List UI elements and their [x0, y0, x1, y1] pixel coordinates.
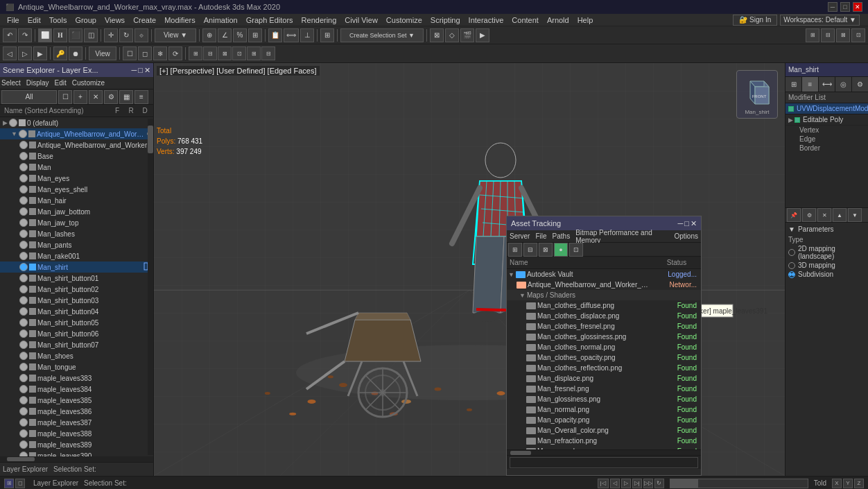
at-item-clothes-reflection[interactable]: Man_clothes_reflection.png Found: [507, 363, 701, 373]
se-scrollbar-v[interactable]: [148, 119, 153, 455]
list-item-man-shirt-btn06[interactable]: Man_shirt_button06: [0, 328, 153, 339]
list-item-maple-384[interactable]: maple_leaves384: [0, 384, 153, 395]
anim-play-btn[interactable]: ▷: [621, 479, 631, 488]
viewport-config-btn[interactable]: View: [89, 46, 116, 60]
extra-btn-1[interactable]: ⊞: [806, 28, 819, 42]
coord-system-dropdown[interactable]: View ▼: [155, 28, 196, 42]
layer-manager-button[interactable]: ⊞: [320, 28, 334, 42]
material-editor-button[interactable]: ◇: [445, 28, 459, 42]
se-eye-man-shirt-btn03[interactable]: [19, 296, 28, 304]
extra-btn-2[interactable]: ⊟: [821, 28, 835, 42]
select-by-name-button[interactable]: 𝐇: [53, 28, 67, 42]
list-item-man-shirt-btn05[interactable]: Man_shirt_button05: [0, 317, 153, 328]
at-item-clothes-glossiness[interactable]: Man_clothes_glossiness.png Found: [507, 332, 701, 342]
mod-delete-btn[interactable]: ✕: [817, 208, 831, 222]
list-item-maple-387[interactable]: maple_leaves387: [0, 417, 153, 428]
menu-scripting[interactable]: Scripting: [426, 15, 465, 25]
sign-in-button[interactable]: 🔐 Sign In: [733, 15, 777, 26]
param-subdivision[interactable]: Subdivision: [788, 271, 865, 278]
se-options-btn[interactable]: ▦: [119, 90, 133, 104]
at-item-maps-group[interactable]: ▼ Maps / Shaders: [507, 290, 701, 300]
menu-views[interactable]: Views: [101, 15, 129, 25]
se-eye-maple-389[interactable]: [19, 440, 28, 449]
se-maximize-btn[interactable]: □: [138, 66, 143, 75]
list-item-antique[interactable]: Antique_Wheelbarrow_and_Worker: [0, 139, 153, 151]
list-item-man-shirt-btn03[interactable]: Man_shirt_button03: [0, 295, 153, 306]
se-eye-man-jaw-bottom[interactable]: [19, 207, 28, 216]
at-btn-3[interactable]: ⊠: [539, 243, 553, 257]
status-coord-3[interactable]: Z: [854, 479, 864, 488]
se-scroll-thumb-h[interactable]: [7, 457, 35, 461]
percent-snap-button[interactable]: %: [233, 28, 247, 42]
freeze-btn[interactable]: ❄: [153, 46, 167, 60]
at-btn-5[interactable]: ⊡: [569, 243, 583, 257]
select-button[interactable]: ⬜: [38, 28, 52, 42]
se-filter-btn[interactable]: ☐: [58, 90, 72, 104]
list-item-man-shirt-btn02[interactable]: Man_shirt_button02: [0, 284, 153, 295]
mod-move-up-btn[interactable]: ▲: [833, 208, 847, 222]
menu-content[interactable]: Content: [507, 15, 543, 25]
anim-next-btn[interactable]: ▷|: [632, 479, 642, 488]
se-eye-group[interactable]: [19, 130, 27, 138]
timeline-bar[interactable]: [670, 479, 808, 488]
at-menu-options[interactable]: Options: [675, 232, 698, 240]
modifier-tab-2[interactable]: ≡: [802, 77, 819, 92]
at-item-vault[interactable]: ▼ Autodesk Vault Logged...: [507, 269, 701, 280]
se-delete-btn[interactable]: ✕: [89, 90, 103, 104]
mod-move-down-btn[interactable]: ▼: [848, 208, 862, 222]
menu-arnold[interactable]: Arnold: [543, 15, 573, 25]
tool-btn-d[interactable]: ⊡: [232, 46, 246, 60]
menu-customize[interactable]: Customize: [382, 15, 426, 25]
render-setup-button[interactable]: 🎬: [460, 28, 474, 42]
modifier-editable-poly[interactable]: ▶ Editable Poly: [785, 114, 868, 126]
menu-interactive[interactable]: Interactive: [465, 15, 508, 25]
list-item-group[interactable]: ▼ Antique_Wheelbarrow_and_Worker ⚙: [0, 128, 153, 139]
list-item-man-eyes-shell[interactable]: Man_eyes_shell: [0, 184, 153, 195]
list-item-man[interactable]: Man: [0, 162, 153, 173]
at-item-normal[interactable]: Man_normal.png Found: [507, 404, 701, 415]
close-button[interactable]: ✕: [853, 2, 862, 12]
anim-prev-btn[interactable]: ◁: [610, 479, 620, 488]
list-item-man-shirt-btn01[interactable]: Man_shirt_button01: [0, 273, 153, 284]
list-item-man-jaw-bottom[interactable]: Man_jaw_bottom: [0, 206, 153, 217]
at-menu-paths[interactable]: Paths: [553, 232, 571, 240]
isolate-btn[interactable]: ☐: [123, 46, 137, 60]
scale-button[interactable]: ⟐: [134, 28, 148, 42]
list-item-man-shirt-btn04[interactable]: Man_shirt_button04: [0, 306, 153, 317]
se-eye-man-shirt-btn01[interactable]: [19, 274, 28, 282]
auto-key-btn[interactable]: ⏺: [69, 46, 83, 60]
se-eye-man-jaw-top[interactable]: [19, 218, 28, 227]
menu-create[interactable]: Create: [129, 15, 160, 25]
create-selection-set-button[interactable]: Create Selection Set ▼: [340, 28, 424, 42]
menu-file[interactable]: File: [3, 15, 24, 25]
asset-tracking-list[interactable]: ▼ Autodesk Vault Logged... Antique_Wheel…: [507, 269, 701, 449]
se-eye-base[interactable]: [19, 152, 28, 160]
se-eye-maple-387[interactable]: [19, 418, 28, 427]
nav-cube[interactable]: FRONT Man_shirt: [736, 70, 778, 119]
forward-btn[interactable]: ▷: [18, 46, 32, 60]
menu-graph-editors[interactable]: Graph Editors: [242, 15, 297, 25]
se-search-btn[interactable]: All: [1, 90, 57, 104]
schematic-view-button[interactable]: ⊠: [430, 28, 444, 42]
se-eye-man-shirt-btn06[interactable]: [19, 329, 28, 338]
tool-btn-b[interactable]: ⊟: [203, 46, 217, 60]
at-maximize-btn[interactable]: □: [684, 219, 689, 228]
list-item-maple-383[interactable]: maple_leaves383: [0, 372, 153, 384]
anim-start-btn[interactable]: |◁: [598, 479, 609, 488]
spinner-snap-button[interactable]: ⊞: [248, 28, 262, 42]
at-minimize-btn[interactable]: ─: [678, 219, 684, 228]
at-menu-file[interactable]: File: [535, 232, 546, 240]
play-btn[interactable]: ▶: [33, 46, 47, 60]
at-item-displace[interactable]: Man_displace.png Found: [507, 373, 701, 384]
list-item-maple-388[interactable]: maple_leaves388: [0, 428, 153, 439]
se-eye-man-eyes-shell[interactable]: [19, 185, 28, 194]
viewport-label[interactable]: [+] [Perspective] [User Defined] [Edged …: [157, 66, 320, 76]
undo-button[interactable]: ↶: [3, 28, 17, 42]
mod-pin-btn[interactable]: 📌: [787, 208, 801, 222]
list-item-man-eyes[interactable]: Man_eyes: [0, 173, 153, 184]
list-item-maple-385[interactable]: maple_leaves385: [0, 395, 153, 406]
render-button[interactable]: ▶: [476, 28, 489, 42]
at-search-input[interactable]: [510, 457, 698, 468]
list-item-man-tongue[interactable]: Man_tongue: [0, 361, 153, 372]
at-menu-server[interactable]: Server: [510, 232, 530, 240]
